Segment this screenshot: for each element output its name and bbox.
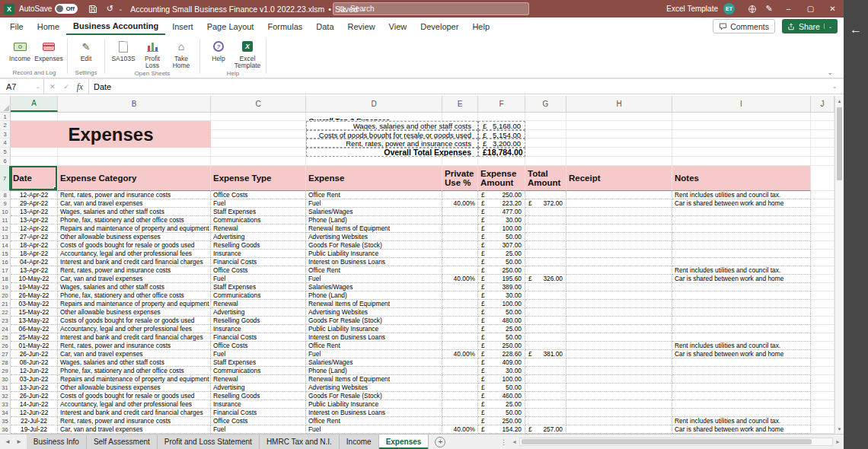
scroll-up-icon[interactable]: ▲ bbox=[835, 96, 844, 106]
cell[interactable]: £30.00 bbox=[478, 367, 525, 375]
cell[interactable]: Public Liability Insurance bbox=[306, 400, 442, 409]
cell[interactable] bbox=[525, 317, 566, 325]
cell[interactable] bbox=[11, 157, 58, 166]
cell[interactable] bbox=[525, 224, 566, 233]
cell[interactable]: Financial Costs bbox=[211, 258, 306, 266]
income-button[interactable]: Income bbox=[6, 37, 34, 68]
cell[interactable] bbox=[566, 384, 672, 392]
cell[interactable]: Car, van and travel expenses bbox=[58, 350, 211, 358]
cell[interactable] bbox=[672, 325, 811, 333]
name-box-caret-icon[interactable]: ⌄ bbox=[36, 84, 40, 89]
cell[interactable]: £50.00 bbox=[478, 409, 525, 417]
cell[interactable] bbox=[211, 130, 306, 139]
cell[interactable] bbox=[566, 409, 672, 417]
cell[interactable]: £50.00 bbox=[478, 333, 525, 342]
ribbon-tab-developer[interactable]: Developer bbox=[413, 18, 465, 35]
cell[interactable]: Costs of goods bought for resale or good… bbox=[58, 317, 211, 325]
cell[interactable] bbox=[566, 157, 672, 166]
cell[interactable]: 06-May-22 bbox=[11, 325, 58, 333]
cell[interactable] bbox=[811, 130, 834, 139]
cell[interactable] bbox=[566, 250, 672, 258]
cell[interactable] bbox=[442, 375, 478, 384]
cell[interactable]: Rent includes utilities and council tax. bbox=[672, 266, 811, 275]
cell[interactable]: Repairs and maintenance of property and … bbox=[58, 375, 211, 384]
cell[interactable]: £100.00 bbox=[478, 224, 525, 233]
row-header-2[interactable]: 2 bbox=[0, 121, 11, 130]
cell[interactable] bbox=[442, 157, 478, 166]
table-row[interactable]: 22-Jul-22Rent, rates, power and insuranc… bbox=[11, 417, 834, 425]
cell[interactable] bbox=[442, 367, 478, 375]
cell[interactable] bbox=[211, 148, 306, 157]
cell[interactable]: Phone, fax, stationery and other office … bbox=[58, 291, 211, 300]
cell[interactable] bbox=[811, 317, 834, 325]
cell[interactable]: £250.00 bbox=[478, 417, 525, 425]
cell[interactable] bbox=[478, 157, 525, 166]
row-header-31[interactable]: 31 bbox=[0, 384, 11, 392]
table-row[interactable]: 26-Jun-22Car, van and travel expensesFue… bbox=[11, 350, 834, 358]
cell[interactable]: 27-Apr-22 bbox=[11, 233, 58, 241]
cell[interactable] bbox=[672, 139, 811, 148]
row-header-12[interactable]: 12 bbox=[0, 224, 11, 233]
cell-H7[interactable]: Receipt bbox=[566, 166, 672, 191]
cell[interactable] bbox=[442, 400, 478, 409]
cell[interactable] bbox=[442, 233, 478, 241]
cell-F7[interactable]: Expense Amount bbox=[478, 166, 525, 191]
cell[interactable]: Interest on Business Loans bbox=[306, 333, 442, 342]
cell[interactable] bbox=[525, 300, 566, 308]
table-row[interactable]: 19-Jul-22Car, van and travel expensesFue… bbox=[11, 425, 834, 434]
cell[interactable]: £25.00 bbox=[478, 325, 525, 333]
cell[interactable]: 13-May-22 bbox=[11, 317, 58, 325]
cell[interactable]: £25.00 bbox=[478, 400, 525, 409]
cell[interactable]: Financial Costs bbox=[211, 333, 306, 342]
ribbon-tab-review[interactable]: Review bbox=[341, 18, 382, 35]
cell[interactable] bbox=[811, 275, 834, 283]
cell[interactable]: 13-Jun-22 bbox=[11, 384, 58, 392]
row-header-21[interactable]: 21 bbox=[0, 300, 11, 308]
row-header-5[interactable]: 5 bbox=[0, 148, 11, 157]
maximize-button[interactable]: ▢ bbox=[799, 0, 822, 18]
cell[interactable] bbox=[672, 208, 811, 216]
table-row[interactable]: 13-Apr-22Rent, rates, power and insuranc… bbox=[11, 266, 834, 275]
cell[interactable]: 12-Jun-22 bbox=[11, 367, 58, 375]
cell[interactable] bbox=[811, 208, 834, 216]
name-box[interactable]: A7 ⌄ bbox=[0, 79, 44, 94]
cell[interactable] bbox=[442, 342, 478, 350]
cell[interactable]: 12-Apr-22 bbox=[11, 224, 58, 233]
cell[interactable] bbox=[672, 224, 811, 233]
cell[interactable]: 18-Apr-22 bbox=[11, 250, 58, 258]
cell[interactable]: Salaries/Wages bbox=[306, 283, 442, 291]
cell[interactable] bbox=[566, 300, 672, 308]
cell[interactable] bbox=[672, 409, 811, 417]
cell[interactable] bbox=[672, 130, 811, 139]
top3-total-label[interactable]: Overall Total Expenses bbox=[306, 148, 478, 157]
cell[interactable] bbox=[566, 148, 672, 157]
cell[interactable]: £372.00 bbox=[525, 199, 566, 208]
cell[interactable] bbox=[811, 358, 834, 367]
cell[interactable] bbox=[672, 308, 811, 317]
row-header-36[interactable]: 36 bbox=[0, 425, 11, 434]
cell[interactable]: Reselling Goods bbox=[211, 392, 306, 400]
cell[interactable]: £250.00 bbox=[478, 342, 525, 350]
cell[interactable]: 15-May-22 bbox=[11, 308, 58, 317]
cell[interactable] bbox=[566, 121, 672, 130]
cell[interactable] bbox=[566, 367, 672, 375]
table-row[interactable]: 13-Apr-22Wages, salaries and other staff… bbox=[11, 208, 834, 216]
cell[interactable]: Rent, rates, power and insurance costs bbox=[58, 266, 211, 275]
sheet-tab-income[interactable]: Income bbox=[340, 435, 379, 449]
table-row[interactable]: 18-Apr-22Costs of goods bought for resal… bbox=[11, 241, 834, 250]
column-header-I[interactable]: I bbox=[672, 96, 811, 112]
cell[interactable]: 12-Jun-22 bbox=[11, 409, 58, 417]
cell[interactable] bbox=[811, 241, 834, 250]
cell[interactable] bbox=[442, 317, 478, 325]
row-header-15[interactable]: 15 bbox=[0, 250, 11, 258]
cell[interactable] bbox=[566, 350, 672, 358]
cell[interactable]: Renewal Items of Equipment bbox=[306, 300, 442, 308]
cell[interactable]: 29-Apr-22 bbox=[11, 199, 58, 208]
undo-icon[interactable]: ↺ bbox=[101, 4, 118, 14]
history-dropdown-icon[interactable]: ⌄ bbox=[118, 6, 123, 12]
cell[interactable]: Communications bbox=[211, 216, 306, 224]
cell[interactable]: £50.00 bbox=[478, 233, 525, 241]
cell[interactable] bbox=[525, 283, 566, 291]
cell[interactable]: Fuel bbox=[306, 350, 442, 358]
row-header-24[interactable]: 24 bbox=[0, 325, 11, 333]
